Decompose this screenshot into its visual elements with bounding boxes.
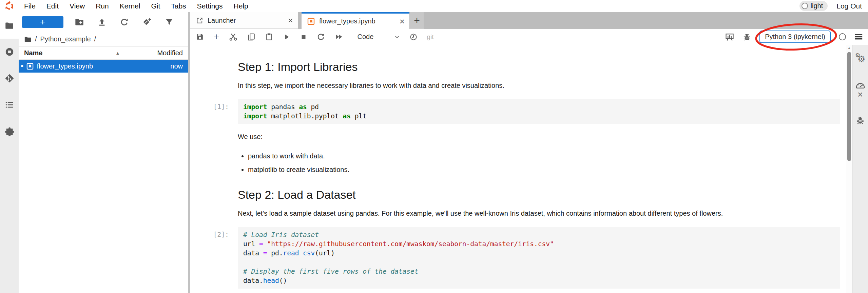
execution-time-clock-icon[interactable]: [409, 33, 418, 41]
cell-type-value: Code: [358, 33, 374, 41]
list-icon: [5, 100, 14, 110]
sidebar-item-running-sessions[interactable]: [0, 39, 19, 65]
puzzle-icon: [5, 126, 14, 136]
close-icon[interactable]: ×: [400, 17, 405, 26]
notebook-icon: [307, 17, 315, 25]
paste-icon[interactable]: [265, 33, 273, 41]
file-modified: now: [170, 62, 183, 70]
file-list-header: Name ▲ Modified: [19, 47, 188, 60]
main-area: Launcher × flower_types.ipynb × + +: [188, 12, 868, 293]
insert-cell-icon[interactable]: +: [213, 32, 219, 42]
hamburger-menu-icon[interactable]: [854, 32, 863, 41]
plus-icon: +: [40, 17, 45, 27]
menu-item-help[interactable]: Help: [228, 2, 254, 10]
menubar: File Edit View Run Kernel Git Tabs Setti…: [0, 0, 868, 12]
code-cell-imports[interactable]: [1]: import pandas as pdimport matplotli…: [213, 99, 840, 124]
menu-item-git[interactable]: Git: [146, 2, 166, 10]
restart-kernel-icon[interactable]: [316, 33, 325, 41]
notebook-toolbar: + Code: [190, 29, 868, 45]
menu-item-view[interactable]: View: [64, 2, 90, 10]
markdown-cell-we-use[interactable]: We use: pandas to work with data. matplo…: [213, 132, 840, 183]
home-folder-icon[interactable]: [24, 36, 32, 43]
notebook-content: Step 1: Import Libraries In this step, w…: [190, 45, 846, 293]
heading-step1: Step 1: Import Libraries: [238, 60, 840, 74]
copy-icon[interactable]: [247, 33, 256, 41]
chevron-down-icon: [394, 34, 400, 40]
git-clone-icon[interactable]: [142, 17, 152, 27]
menu-item-edit[interactable]: Edit: [41, 2, 64, 10]
list-item: matplotlib to create visualizations.: [248, 165, 840, 174]
menu-item-run[interactable]: Run: [90, 2, 114, 10]
breadcrumb-folder[interactable]: Python_example: [40, 35, 91, 43]
dock-tab-bar: Launcher × flower_types.ipynb × +: [190, 12, 868, 29]
ubuntu-logo-icon: [0, 1, 19, 11]
launcher-icon: [196, 17, 204, 24]
file-browser-toolbar: +: [19, 12, 188, 32]
paragraph: We use:: [238, 132, 840, 141]
breadcrumb-separator: /: [35, 35, 37, 43]
git-icon: [5, 74, 14, 83]
column-header-modified[interactable]: Modified: [157, 49, 183, 57]
kernel-status-icon[interactable]: [839, 33, 846, 40]
debugger-bug-icon[interactable]: [742, 33, 751, 41]
stop-circle-icon: [5, 47, 14, 57]
notebook-file-icon: [26, 62, 34, 70]
scrollbar-thumb[interactable]: [847, 52, 851, 161]
notebook-scrollbar[interactable]: ▲: [846, 45, 852, 293]
sort-ascending-icon[interactable]: ▲: [115, 51, 120, 56]
file-row[interactable]: • flower_types.ipynb now: [19, 60, 188, 73]
paragraph: Next, let's load a sample dataset using …: [238, 209, 840, 218]
sidebar-item-file-browser[interactable]: [0, 12, 19, 39]
sidebar-item-extensions[interactable]: [0, 118, 19, 144]
close-x-icon[interactable]: ×: [852, 90, 868, 99]
theme-toggle-circle-icon: [802, 3, 808, 9]
kernel-button[interactable]: Python 3 (ipykernel): [759, 31, 831, 43]
upload-icon[interactable]: [97, 18, 107, 27]
new-folder-icon[interactable]: [75, 17, 84, 27]
close-icon[interactable]: ×: [288, 16, 293, 25]
slideshow-icon[interactable]: [725, 32, 734, 42]
tab-flower-types-notebook[interactable]: flower_types.ipynb ×: [302, 12, 409, 29]
scroll-up-arrow-icon[interactable]: ▲: [847, 46, 851, 50]
paragraph: In this step, we import the necessary li…: [238, 81, 840, 90]
git-toolbar-label: git: [427, 33, 433, 41]
property-inspector-gears-icon[interactable]: ⚙ ⚙: [852, 53, 868, 63]
menu-item-kernel[interactable]: Kernel: [114, 2, 146, 10]
tab-label: Launcher: [208, 17, 236, 24]
theme-toggle-label: light: [811, 2, 823, 10]
plus-icon: +: [414, 15, 420, 26]
sidebar-item-table-of-contents[interactable]: [0, 92, 19, 118]
debugger-bug-icon[interactable]: [852, 116, 868, 125]
unsaved-dot-icon: •: [21, 64, 23, 68]
execution-prompt: [1]:: [213, 99, 238, 124]
markdown-cell-step2-paragraph[interactable]: Next, let's load a sample dataset using …: [213, 209, 840, 227]
column-header-name[interactable]: Name: [24, 49, 42, 57]
breadcrumb-separator-trailing: /: [94, 35, 96, 43]
markdown-cell-step1-heading[interactable]: Step 1: Import Libraries: [213, 60, 840, 81]
refresh-icon[interactable]: [120, 18, 129, 27]
tab-launcher[interactable]: Launcher ×: [190, 12, 298, 29]
menu-item-tabs[interactable]: Tabs: [166, 2, 191, 10]
restart-run-all-icon[interactable]: [334, 32, 344, 41]
new-launcher-button[interactable]: +: [22, 16, 63, 28]
cut-icon[interactable]: [229, 32, 238, 41]
code-editor[interactable]: import pandas as pdimport matplotlib.pyp…: [238, 99, 840, 124]
menu-item-file[interactable]: File: [19, 2, 41, 10]
add-tab-button[interactable]: +: [410, 12, 424, 29]
stop-icon[interactable]: [300, 33, 307, 41]
cell-type-select[interactable]: Code: [358, 33, 401, 41]
filter-icon[interactable]: [165, 18, 174, 26]
tab-label: flower_types.ipynb: [319, 17, 375, 25]
menu-item-settings[interactable]: Settings: [192, 2, 228, 10]
markdown-cell-step1-paragraph[interactable]: In this step, we import the necessary li…: [213, 81, 840, 99]
heading-step2: Step 2: Load a Dataset: [238, 188, 840, 201]
markdown-cell-step2-heading[interactable]: Step 2: Load a Dataset: [213, 183, 840, 209]
code-cell-load-dataset[interactable]: [2]: # Load Iris dataseturl = "https://r…: [213, 227, 840, 289]
breadcrumb: / Python_example /: [19, 32, 188, 47]
save-icon[interactable]: [196, 33, 204, 41]
run-icon[interactable]: [283, 33, 291, 41]
logout-button[interactable]: Log Out: [836, 2, 862, 10]
code-editor[interactable]: # Load Iris dataseturl = "https://raw.gi…: [238, 227, 840, 289]
theme-toggle[interactable]: light: [799, 1, 828, 11]
sidebar-item-git[interactable]: [0, 65, 19, 92]
